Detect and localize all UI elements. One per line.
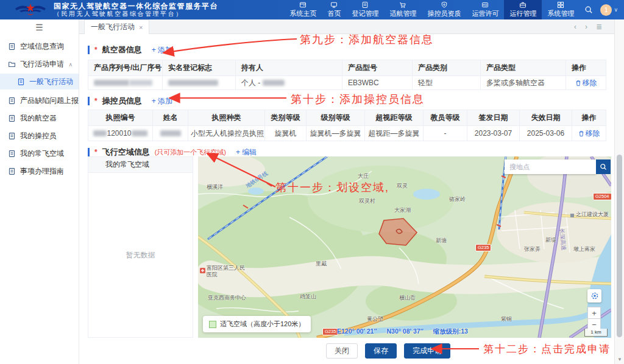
col-action: 操作	[572, 110, 606, 126]
tab-scroll-left-icon[interactable]: ‹	[574, 23, 576, 31]
scrollbar-down-arrow[interactable]: ▼	[615, 357, 624, 364]
map-search-input[interactable]	[505, 159, 596, 174]
remove-aircraft-button[interactable]: 移除	[575, 78, 597, 88]
sidebar-item-my-frequent-airspace[interactable]: 我的常飞空域	[0, 147, 79, 160]
section-accent-bar	[88, 148, 90, 156]
map-label: 新堤	[545, 236, 556, 244]
col-serial: 产品序列号/出厂序号	[88, 60, 163, 76]
redacted-license	[132, 130, 147, 136]
sidebar-item-my-aircraft[interactable]: 我的航空器	[0, 112, 79, 125]
folder-icon	[8, 60, 16, 68]
add-operator-button[interactable]: + 添加	[152, 96, 172, 107]
col-level-rating: 级别等级	[307, 110, 365, 126]
nav-item-operation-license[interactable]: 运营许可	[466, 0, 504, 19]
submit-application-button[interactable]: 完成申请	[404, 343, 450, 359]
nav-item-airworthiness[interactable]: 适航管理	[384, 0, 422, 19]
cell-name	[153, 126, 188, 141]
sidebar-item-flight-activity-apply[interactable]: 飞行活动申请 ∧	[0, 58, 79, 71]
cell-bvlos-rating: 超视距—多旋翼	[365, 126, 424, 141]
zoom-in-button[interactable]: +	[587, 307, 601, 319]
map-label: 里戴	[316, 260, 327, 268]
map-label: 鸡笼山	[300, 293, 316, 301]
map-label: 之江建设大厦	[576, 211, 609, 219]
latitude-readout: N30° 08′ 37″	[386, 327, 423, 336]
nav-item-system-management[interactable]: 系统管理	[542, 0, 580, 19]
nav-item-pilot-qualification[interactable]: 操控员资质	[422, 0, 466, 19]
grid-icon	[557, 1, 564, 9]
cart-icon	[399, 1, 406, 9]
footer-actions: 关闭 保存 完成申请	[326, 343, 450, 359]
page-scrollbar[interactable]: ▼	[614, 19, 624, 364]
card-icon	[481, 1, 489, 9]
file-icon	[8, 132, 16, 140]
tab-scroll-right-icon[interactable]: ›	[585, 23, 587, 31]
legend-text: 适飞空域（高度小于120米）	[220, 320, 305, 329]
locate-button[interactable]	[587, 289, 601, 303]
hamburger-icon: ☰	[35, 23, 43, 32]
add-aircraft-button[interactable]: + 添加	[152, 45, 172, 55]
trash-icon	[578, 130, 584, 137]
map-search-button[interactable]	[596, 159, 611, 174]
close-icon[interactable]: ×	[139, 24, 143, 31]
nav-label: 系统管理	[547, 9, 574, 18]
cell-level-rating: 旋翼机—多旋翼	[307, 126, 365, 141]
main-content: * 航空器信息 + 添加 产品序列号/出厂序号 实名登记标志 持有人 产品型号 …	[79, 34, 614, 364]
save-button[interactable]: 保存	[365, 343, 397, 359]
cell-serial	[88, 76, 163, 90]
redacted-license	[93, 130, 107, 136]
sidebar-collapse-button[interactable]: ☰	[0, 19, 79, 35]
cell-license-no: 120010	[88, 126, 153, 141]
map-scale: 1 km	[584, 329, 608, 337]
map-label: 双灵村	[359, 197, 375, 205]
chevron-up-icon[interactable]: ∧	[68, 61, 73, 68]
sidebar-item-general-flight-activity[interactable]: 一般飞行活动	[0, 74, 79, 89]
col-type: 产品类型	[481, 60, 566, 76]
road-badge-g2504: G2504	[593, 193, 611, 200]
sidebar-item-my-pilots[interactable]: 我的操控员	[0, 130, 79, 142]
road-badge-g235: G235	[322, 328, 338, 335]
section-airspace-info: * 飞行空域信息 (只可添加一个飞行空域) + 编辑	[88, 147, 257, 157]
cell-type: 多桨或多轴航空器	[481, 76, 566, 90]
sidebar-item-guide[interactable]: 事项办理指南	[0, 165, 79, 178]
sidebar-item-label: 空域信息查询	[20, 41, 64, 52]
edit-airspace-button[interactable]: + 编辑	[236, 147, 257, 158]
col-category: 产品类别	[413, 60, 481, 76]
aircraft-table: 产品序列号/出厂序号 实名登记标志 持有人 产品型号 产品类别 产品类型 操作 …	[88, 60, 606, 90]
user-avatar[interactable]: 1	[600, 4, 612, 16]
map-coordinates: E120° 00′ 21″ N30° 08′ 37″ 缩放级别:13	[337, 327, 468, 336]
file-icon	[8, 97, 16, 105]
chevron-down-icon[interactable]: ∨	[614, 7, 618, 13]
nav-item-home[interactable]: 首页	[322, 0, 346, 19]
sidebar-item-airspace-query[interactable]: 空域信息查询	[0, 40, 79, 53]
airspace-map[interactable]: 大庄 横溪洋 双灵 双灵村 大家湖 骆家岭 新塘 新堤 里戴 鸡笼山 横山岙 黄…	[198, 156, 611, 338]
frequent-airspace-panel: 我的常飞空域 暂无数据	[88, 156, 193, 338]
tab-general-flight-activity[interactable]: 一般飞行活动 ×	[84, 19, 149, 34]
close-button[interactable]: 关闭	[326, 343, 358, 359]
cell-expire-date: 2025-03-06	[520, 126, 572, 141]
section-accent-bar	[88, 97, 90, 105]
remove-operator-button[interactable]: 移除	[578, 128, 600, 139]
nav-label: 登记管理	[352, 9, 378, 18]
tab-menu-icon[interactable]: ≣	[596, 23, 602, 31]
map-label: 亚克西商务中心	[208, 294, 246, 302]
nav-label: 操控员资质	[427, 9, 461, 18]
sidebar-item-label: 飞行活动申请	[20, 59, 64, 69]
map-zoom-control: + −	[587, 307, 601, 331]
scrollbar-thumb[interactable]	[617, 155, 622, 337]
nav-item-operation-management[interactable]: 运行管理	[504, 0, 542, 19]
header-search-button[interactable]	[580, 5, 598, 14]
col-name: 姓名	[153, 110, 188, 126]
nav-item-registration[interactable]: 登记管理	[346, 0, 384, 19]
section-title: 操控员信息	[102, 96, 142, 107]
nav-label: 系统主页	[289, 9, 316, 18]
zoom-level-readout: 缩放级别:13	[433, 327, 468, 336]
nav-label: 运行管理	[509, 9, 536, 18]
top-nav: 系统主页 首页 登记管理 适航管理 操控员资质 运营许可	[284, 0, 580, 19]
sidebar-item-product-defect-report[interactable]: 产品缺陷问题上报	[0, 94, 79, 107]
document-icon	[361, 1, 369, 9]
col-license-no: 执照编号	[88, 110, 153, 126]
crosshair-icon	[590, 292, 599, 300]
cell-holder: 个人 -	[236, 76, 342, 90]
sidebar: ☰ 空域信息查询 飞行活动申请 ∧ 一般飞行活动 产品缺陷问题上报 我的航空器 …	[0, 19, 79, 364]
nav-item-system-home[interactable]: 系统主页	[284, 0, 322, 19]
